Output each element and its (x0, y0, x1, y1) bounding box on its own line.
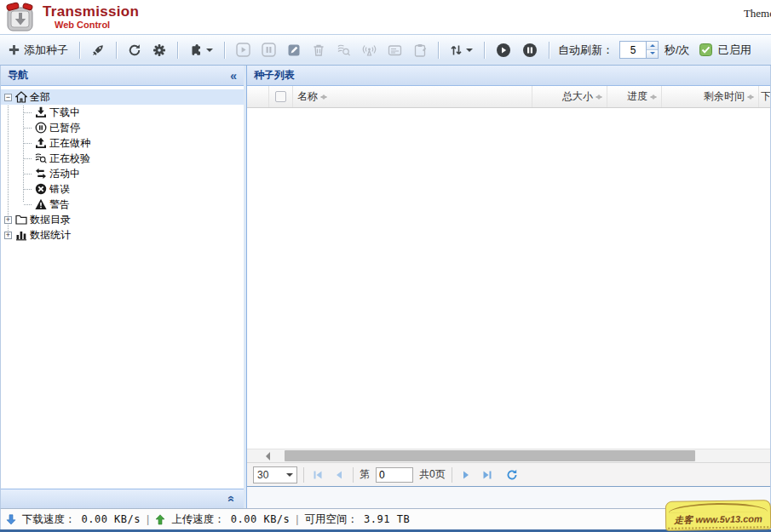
horizontal-scrollbar[interactable] (247, 449, 770, 462)
chevron-down-icon (206, 49, 213, 55)
column-remaining-time[interactable]: 剩余时间 (662, 86, 759, 107)
first-page-button[interactable] (310, 467, 325, 483)
refresh-blue-icon (506, 469, 518, 481)
tree-item-paused[interactable]: 已暂停 (1, 120, 244, 135)
recheck-torrent-button[interactable] (334, 42, 354, 59)
tree-expand-expander[interactable]: + (4, 232, 12, 239)
stats-icon (14, 229, 27, 242)
column-next-clipped[interactable]: 下载速度 (759, 86, 770, 107)
tree-item-label: 下载中 (49, 106, 80, 120)
prev-page-icon (334, 470, 344, 480)
tree-item-downloading[interactable]: 下载中 (1, 105, 244, 120)
toolbar-separator (177, 42, 178, 59)
last-page-icon (482, 470, 492, 480)
remove-torrent-button[interactable] (309, 42, 328, 59)
start-torrent-button[interactable] (233, 41, 253, 59)
tree-item-all[interactable]: − 全部 (1, 89, 244, 105)
tree-item-seeding[interactable]: 正在做种 (1, 135, 244, 151)
upload-speed-label: 上传速度： (171, 512, 225, 527)
page-size-select[interactable]: 30 (253, 466, 297, 483)
attributes-panel-collapsed[interactable]: « (1, 489, 244, 508)
tree-item-verifying[interactable]: 正在校验 (1, 151, 244, 166)
sort-icon (450, 43, 463, 57)
verifying-icon (34, 152, 47, 165)
announce-icon (362, 43, 377, 57)
spinner-up-button[interactable] (647, 42, 658, 50)
seeding-icon (34, 137, 47, 150)
column-progress[interactable]: 进度 (607, 86, 662, 107)
tree-item-label: 全部 (30, 90, 50, 105)
start-all-circle-button[interactable] (493, 41, 514, 60)
tree-item-label: 正在校验 (49, 152, 90, 166)
pause-torrent-button[interactable] (259, 41, 279, 59)
warning-icon (34, 198, 47, 211)
navigation-title: 导航 (8, 68, 28, 83)
gear-icon (152, 43, 166, 57)
torrent-list-header: 种子列表 (247, 66, 770, 86)
pause-all-circle-button[interactable] (520, 41, 540, 60)
tree-item-label: 数据目录 (30, 213, 71, 227)
column-name[interactable]: 名称 (293, 86, 532, 107)
active-icon (34, 168, 47, 180)
collapse-left-icon[interactable]: « (230, 70, 237, 82)
start-all-button[interactable] (89, 42, 107, 59)
tree-item-label: 数据统计 (30, 228, 71, 243)
tree-item-label: 已暂停 (49, 121, 80, 135)
tree-collapse-expander[interactable]: − (4, 94, 12, 101)
settings-button[interactable] (150, 42, 169, 59)
detail-card-icon (388, 43, 402, 57)
home-icon (14, 91, 27, 104)
column-select-all[interactable] (269, 86, 293, 107)
torrent-list-title: 种子列表 (254, 68, 295, 83)
current-page-input[interactable] (376, 467, 413, 483)
chevron-down-icon (466, 49, 473, 55)
app-header: Transmission Web Control Theme (0, 0, 771, 34)
add-torrent-button[interactable]: 添加种子 (5, 41, 71, 60)
tree-item-active[interactable]: 活动中 (1, 166, 244, 181)
pause-box-icon (262, 43, 276, 57)
refresh-interval-input[interactable] (620, 42, 646, 58)
tree-item-statistics[interactable]: + 数据统计 (1, 227, 244, 243)
reload-button[interactable] (125, 42, 144, 59)
transmission-web-control-app: Transmission Web Control Theme 添加种子 (0, 0, 771, 532)
app-title: Transmission (43, 4, 139, 19)
upload-speed-value: 0.00 KB/s (231, 513, 291, 525)
torrent-list-body[interactable] (247, 108, 770, 449)
tree-guide-stub (24, 204, 32, 205)
main-area: 种子列表 名称 总大小 进度 (247, 66, 770, 508)
select-all-checkbox[interactable] (275, 91, 286, 102)
sort-arrows-icon (650, 91, 657, 103)
last-page-button[interactable] (480, 467, 495, 483)
next-page-button[interactable] (458, 467, 474, 483)
scroll-left-button[interactable] (261, 449, 274, 462)
tree-item-label: 错误 (49, 182, 70, 197)
refresh-interval-spinner[interactable] (619, 41, 659, 59)
tree-expand-expander[interactable]: + (4, 216, 12, 224)
prev-page-button[interactable] (331, 467, 347, 483)
expand-up-icon[interactable]: « (225, 495, 239, 502)
spinner-down-button[interactable] (647, 50, 658, 58)
enabled-checkbox-icon[interactable] (699, 43, 712, 56)
pagination-bar: 30 第 共0页 (247, 462, 770, 486)
folder-icon (14, 214, 27, 226)
column-total-size[interactable]: 总大小 (532, 86, 607, 107)
refresh-page-button[interactable] (504, 467, 520, 483)
column-status-icon[interactable] (247, 86, 269, 107)
tree-item-data-directory[interactable]: + 数据目录 (1, 212, 244, 227)
navigation-panel: 导航 « − 全部 下 (1, 66, 244, 508)
page-prefix-label: 第 (360, 467, 370, 482)
announce-torrent-button[interactable] (360, 42, 379, 59)
rename-torrent-button[interactable] (285, 42, 303, 59)
scrollbar-thumb[interactable] (285, 450, 695, 461)
plugins-menu-button[interactable] (187, 42, 216, 59)
tree-guide-stub (24, 128, 32, 129)
watermark-sticker: 走客 www.5v13.com (665, 500, 771, 531)
tree-item-error[interactable]: 错误 (1, 181, 244, 197)
tree-item-warning[interactable]: 警告 (1, 197, 244, 212)
copy-path-button[interactable] (411, 42, 429, 59)
sort-menu-button[interactable] (447, 42, 475, 59)
download-arrow-icon (6, 514, 16, 525)
trash-icon (312, 43, 325, 57)
play-circle-icon (496, 43, 511, 58)
set-labels-button[interactable] (385, 42, 405, 59)
